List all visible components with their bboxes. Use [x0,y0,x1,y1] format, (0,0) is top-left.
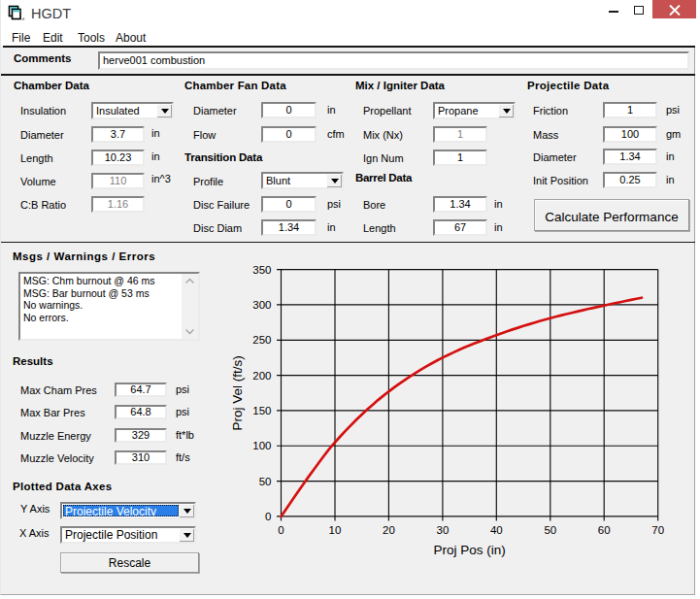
svg-text:Proj Vel (ft/s): Proj Vel (ft/s) [230,355,245,430]
svg-text:30: 30 [437,524,450,536]
svg-text:100: 100 [252,440,271,451]
svg-text:Proj Pos (in): Proj Pos (in) [433,543,505,557]
svg-text:0: 0 [265,511,271,522]
svg-text:40: 40 [490,524,503,536]
svg-text:0: 0 [278,524,283,536]
svg-text:50: 50 [259,476,272,487]
svg-text:10: 10 [329,524,342,536]
svg-text:350: 350 [252,264,271,276]
svg-text:20: 20 [383,524,395,536]
svg-text:60: 60 [598,524,611,536]
svg-text:250: 250 [252,334,271,346]
svg-text:150: 150 [252,405,271,416]
svg-text:300: 300 [252,299,271,311]
svg-text:200: 200 [252,370,271,382]
svg-text:70: 70 [651,524,664,536]
svg-text:50: 50 [544,524,556,536]
